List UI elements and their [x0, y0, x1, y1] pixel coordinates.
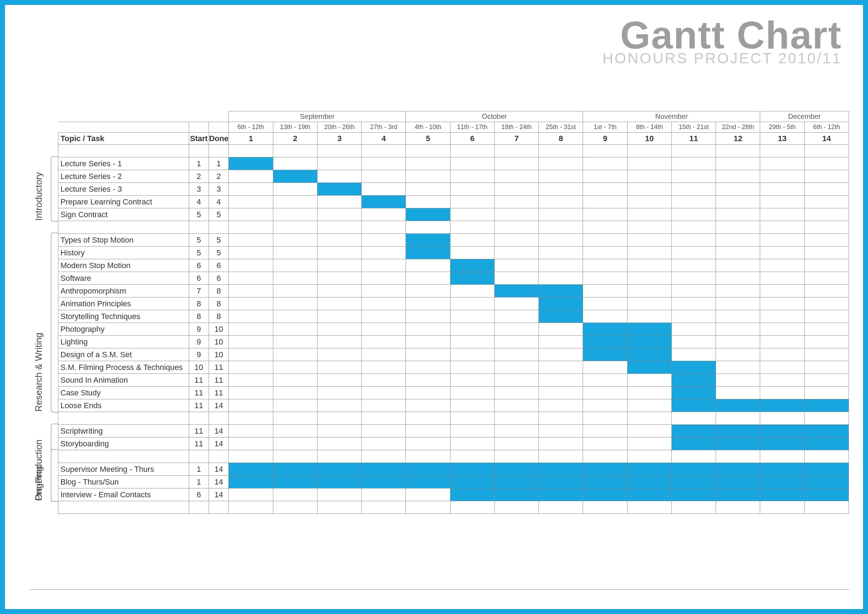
cell: [494, 195, 538, 208]
cell: [804, 259, 849, 272]
task-done: 14: [209, 488, 229, 501]
cell: [494, 183, 538, 195]
month-label: September: [229, 112, 406, 122]
spacer: [58, 450, 189, 463]
task-done: 14: [209, 399, 229, 412]
cell: [273, 285, 317, 298]
cell: [627, 157, 671, 170]
task-name: Loose Ends: [58, 399, 189, 412]
spacer: [58, 412, 189, 425]
cell: [583, 399, 627, 412]
cell: [406, 374, 450, 386]
task-start: 5: [189, 247, 209, 259]
cell: [494, 501, 538, 514]
cell: [760, 310, 804, 323]
cell: [450, 298, 494, 310]
section-bracket: [51, 233, 58, 412]
cell: [804, 323, 849, 336]
week-range: 1st - 7th: [583, 122, 627, 133]
cell: [317, 310, 361, 323]
gantt-bar: [539, 310, 583, 323]
week-range: 11th - 17th: [450, 122, 494, 133]
cell: [760, 298, 804, 310]
cell: [450, 437, 494, 450]
cell: [539, 501, 583, 514]
cell: [494, 170, 538, 183]
task-start: 6: [189, 488, 209, 501]
cell: [716, 386, 760, 399]
cell: [273, 310, 317, 323]
cell: [583, 298, 627, 310]
cell: [804, 412, 849, 425]
cell: [362, 221, 406, 234]
cell: [362, 285, 406, 298]
cell: [229, 259, 273, 272]
cell: [406, 272, 450, 285]
cell: [539, 272, 583, 285]
cell: [406, 170, 450, 183]
cell: [627, 310, 671, 323]
cell: [362, 450, 406, 463]
gantt-bar: [583, 488, 627, 501]
gantt-bar: [716, 488, 760, 501]
task-name: Storyboarding: [58, 437, 189, 450]
cell: [362, 272, 406, 285]
task-done: 10: [209, 348, 229, 361]
cell: [539, 323, 583, 336]
cell: [760, 195, 804, 208]
cell: [317, 501, 361, 514]
cell: [229, 195, 273, 208]
gantt-bar: [539, 488, 583, 501]
cell: [804, 145, 849, 157]
cell: [716, 259, 760, 272]
cell: [450, 386, 494, 399]
cell: [716, 412, 760, 425]
cell: [494, 425, 538, 437]
spacer: [209, 501, 229, 514]
gantt-bar: [627, 488, 671, 501]
section-bracket: [51, 156, 58, 222]
cell: [804, 374, 849, 386]
cell: [671, 298, 716, 310]
cell: [273, 298, 317, 310]
task-done: 5: [209, 234, 229, 247]
gantt-bar: [760, 463, 804, 476]
cell: [362, 234, 406, 247]
task-name: Design of a S.M. Set: [58, 348, 189, 361]
week-range: 25th - 31st: [539, 122, 583, 133]
gantt-bar: [804, 476, 849, 488]
chart-wrap: IntroductoryResearch & WritingPre-Produc…: [30, 111, 849, 514]
cell: [273, 399, 317, 412]
cell: [406, 221, 450, 234]
cell: [539, 361, 583, 374]
gantt-bar: [362, 195, 406, 208]
cell: [317, 412, 361, 425]
week-number: 3: [317, 133, 361, 145]
task-name: Scriptwriting: [58, 425, 189, 437]
cell: [229, 399, 273, 412]
week-number: 1: [229, 133, 273, 145]
cell: [627, 501, 671, 514]
cell: [539, 412, 583, 425]
cell: [229, 285, 273, 298]
cell: [627, 272, 671, 285]
cell: [229, 221, 273, 234]
cell: [273, 259, 317, 272]
task-name: Software: [58, 272, 189, 285]
task-start: 2: [189, 170, 209, 183]
task-start: 11: [189, 386, 209, 399]
task-done: 14: [209, 476, 229, 488]
week-number: 2: [273, 133, 317, 145]
task-start: 11: [189, 437, 209, 450]
cell: [539, 348, 583, 361]
task-done: 14: [209, 463, 229, 476]
cell: [760, 234, 804, 247]
week-number: 8: [539, 133, 583, 145]
header-topic: Topic / Task: [58, 133, 189, 145]
cell: [317, 285, 361, 298]
gantt-bar: [406, 463, 450, 476]
cell: [627, 437, 671, 450]
cell: [406, 310, 450, 323]
gantt-bar: [716, 425, 760, 437]
cell: [539, 336, 583, 348]
